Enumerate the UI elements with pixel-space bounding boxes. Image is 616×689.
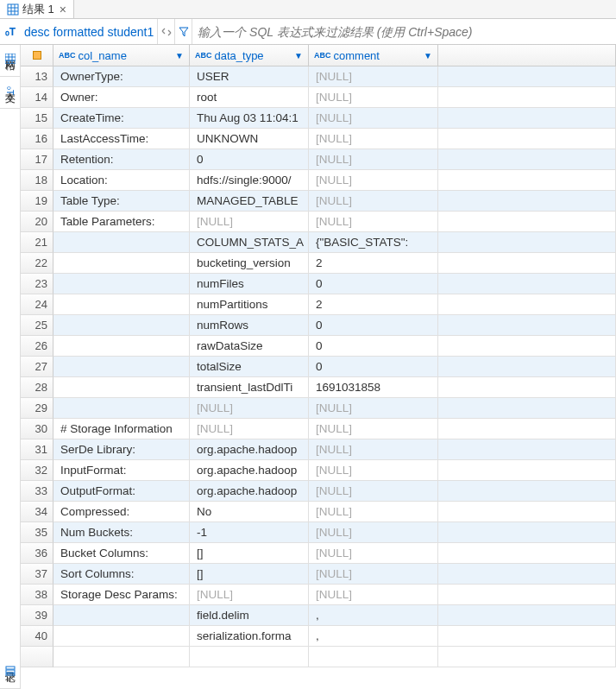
- cell[interactable]: [53, 336, 190, 357]
- row-number[interactable]: 29: [21, 398, 53, 419]
- cell[interactable]: USER: [190, 66, 309, 87]
- cell[interactable]: InputFormat:: [53, 460, 190, 481]
- cell[interactable]: [53, 274, 190, 294]
- row-number[interactable]: 26: [21, 336, 53, 357]
- cell[interactable]: -1: [190, 522, 309, 543]
- cell[interactable]: Thu Aug 03 11:04:1: [190, 108, 309, 129]
- cell[interactable]: [NULL]: [309, 522, 438, 543]
- cell[interactable]: OwnerType:: [53, 66, 190, 87]
- cell[interactable]: [NULL]: [309, 564, 438, 585]
- cell[interactable]: 0: [309, 274, 438, 294]
- cell[interactable]: 0: [190, 149, 309, 170]
- cell[interactable]: ,: [309, 605, 438, 626]
- cell[interactable]: MANAGED_TABLE: [190, 191, 309, 212]
- cell[interactable]: [NULL]: [309, 87, 438, 108]
- cell[interactable]: [53, 357, 190, 377]
- cell[interactable]: [53, 253, 190, 274]
- cell[interactable]: SerDe Library:: [53, 439, 190, 460]
- close-icon[interactable]: ×: [60, 3, 66, 16]
- row-number[interactable]: 36: [21, 543, 53, 564]
- cell[interactable]: 1691031858: [309, 377, 438, 398]
- filter-funnel-icon[interactable]: [174, 19, 192, 44]
- cell[interactable]: [53, 398, 190, 419]
- cell[interactable]: Owner:: [53, 87, 190, 108]
- cell[interactable]: CreateTime:: [53, 108, 190, 129]
- dropdown-icon[interactable]: ▼: [424, 51, 432, 60]
- cell[interactable]: [NULL]: [309, 543, 438, 564]
- col-header-data_type[interactable]: ABC data_type ▼: [190, 45, 309, 66]
- row-number[interactable]: 24: [21, 294, 53, 315]
- cell[interactable]: 0: [309, 357, 438, 377]
- cell[interactable]: [53, 315, 190, 336]
- expand-icon[interactable]: [157, 19, 174, 44]
- cell[interactable]: Sort Columns:: [53, 564, 190, 585]
- cell[interactable]: [NULL]: [309, 129, 438, 149]
- cell[interactable]: [NULL]: [309, 66, 438, 87]
- row-number[interactable]: 30: [21, 419, 53, 439]
- row-number[interactable]: 14: [21, 87, 53, 108]
- cell[interactable]: [NULL]: [309, 108, 438, 129]
- cell[interactable]: [NULL]: [309, 398, 438, 419]
- cell[interactable]: Num Buckets:: [53, 522, 190, 543]
- dropdown-icon[interactable]: ▼: [294, 51, 303, 60]
- cell[interactable]: [53, 232, 190, 253]
- row-number[interactable]: 27: [21, 357, 53, 377]
- cell[interactable]: org.apache.hadoop: [190, 481, 309, 502]
- row-number[interactable]: 16: [21, 129, 53, 149]
- cell[interactable]: [NULL]: [309, 149, 438, 170]
- cell[interactable]: bucketing_version: [190, 253, 309, 274]
- cell[interactable]: COLUMN_STATS_A: [190, 232, 309, 253]
- cell[interactable]: [NULL]: [190, 212, 309, 232]
- cell[interactable]: numRows: [190, 315, 309, 336]
- cell[interactable]: [NULL]: [309, 502, 438, 522]
- row-number[interactable]: 25: [21, 315, 53, 336]
- row-number[interactable]: 13: [21, 66, 53, 87]
- cell[interactable]: [NULL]: [309, 212, 438, 232]
- row-number[interactable]: 32: [21, 460, 53, 481]
- row-number[interactable]: 21: [21, 232, 53, 253]
- row-number[interactable]: 22: [21, 253, 53, 274]
- row-number[interactable]: 33: [21, 481, 53, 502]
- cell[interactable]: [NULL]: [309, 481, 438, 502]
- filter-input[interactable]: [192, 19, 616, 44]
- cell[interactable]: [NULL]: [309, 419, 438, 439]
- cell[interactable]: No: [190, 502, 309, 522]
- cell[interactable]: field.delim: [190, 605, 309, 626]
- cell[interactable]: org.apache.hadoop: [190, 460, 309, 481]
- row-number[interactable]: 20: [21, 212, 53, 232]
- cell[interactable]: hdfs://single:9000/: [190, 170, 309, 191]
- cell[interactable]: {"BASIC_STATS":: [309, 232, 438, 253]
- col-header-col_name[interactable]: ABC col_name ▼: [53, 45, 190, 66]
- cell[interactable]: # Storage Information: [53, 419, 190, 439]
- row-number[interactable]: 15: [21, 108, 53, 129]
- row-number[interactable]: 38: [21, 585, 53, 605]
- cell[interactable]: [NULL]: [309, 439, 438, 460]
- grid-wrap[interactable]: ABC col_name ▼ ABC data_type ▼ ABC comme…: [21, 45, 616, 689]
- tab-results[interactable]: 结果 1 ×: [0, 0, 74, 18]
- dropdown-icon[interactable]: ▼: [175, 51, 184, 60]
- cell[interactable]: numPartitions: [190, 294, 309, 315]
- cell[interactable]: OutputFormat:: [53, 481, 190, 502]
- cell[interactable]: [NULL]: [190, 585, 309, 605]
- cell[interactable]: [53, 294, 190, 315]
- cell[interactable]: [NULL]: [190, 398, 309, 419]
- row-number[interactable]: 18: [21, 170, 53, 191]
- cell[interactable]: [NULL]: [309, 460, 438, 481]
- cell[interactable]: Retention:: [53, 149, 190, 170]
- cell[interactable]: 0: [309, 315, 438, 336]
- cell[interactable]: 0: [309, 336, 438, 357]
- cell[interactable]: [NULL]: [309, 170, 438, 191]
- col-header-comment[interactable]: ABC comment ▼: [309, 45, 438, 66]
- row-number[interactable]: 37: [21, 564, 53, 585]
- cell[interactable]: []: [190, 543, 309, 564]
- cell[interactable]: [NULL]: [190, 419, 309, 439]
- cell[interactable]: [NULL]: [309, 585, 438, 605]
- row-number[interactable]: 23: [21, 274, 53, 294]
- cell[interactable]: [53, 605, 190, 626]
- cell[interactable]: LastAccessTime:: [53, 129, 190, 149]
- row-number[interactable]: 34: [21, 502, 53, 522]
- row-number[interactable]: 40: [21, 626, 53, 647]
- rail-text[interactable]: 文本 ₀T: [0, 77, 20, 109]
- cell[interactable]: []: [190, 564, 309, 585]
- cell[interactable]: Bucket Columns:: [53, 543, 190, 564]
